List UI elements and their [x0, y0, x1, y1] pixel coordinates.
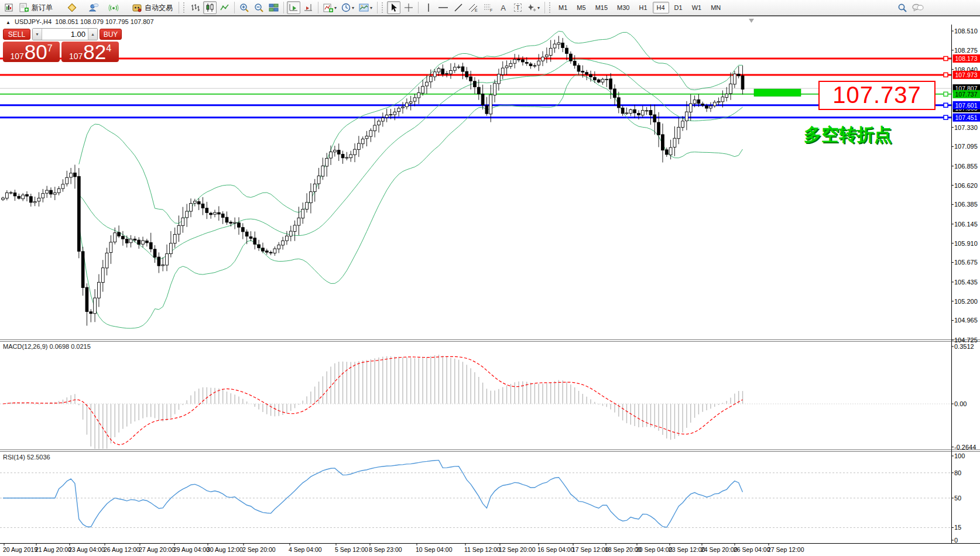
metaeditor-button[interactable]: [65, 1, 79, 14]
price-lines[interactable]: [0, 59, 951, 118]
periods-button[interactable]: ▾: [340, 1, 356, 14]
svg-text:105.910: 105.910: [954, 240, 978, 247]
buy-price-big: 82: [83, 43, 106, 61]
metaeditor-icon: [67, 2, 77, 13]
svg-text:23 Aug 04:00: 23 Aug 04:00: [68, 546, 105, 553]
trendline-button[interactable]: [451, 1, 465, 14]
new-order-button[interactable]: 新订单: [16, 1, 56, 14]
candlestick-chart-button[interactable]: [203, 1, 217, 14]
timeframe-button-m30[interactable]: M30: [613, 2, 633, 13]
vertical-line-button[interactable]: [422, 1, 435, 14]
arrows-caret-icon[interactable]: ▾: [537, 5, 540, 11]
auto-scroll-button[interactable]: [287, 1, 300, 14]
svg-text:107.601: 107.601: [955, 102, 978, 109]
tile-windows-button[interactable]: [267, 1, 280, 14]
line-chart-button[interactable]: [218, 1, 231, 14]
date-axis[interactable]: 20 Aug 201921 Aug 20:0023 Aug 04:0026 Au…: [3, 544, 804, 553]
arrows-button[interactable]: ▾: [526, 1, 542, 14]
svg-text:15: 15: [954, 524, 961, 531]
indicators-icon: [323, 3, 334, 13]
fibonacci-icon: F: [483, 3, 494, 12]
zoom-in-icon: [239, 3, 249, 13]
highlight-zone[interactable]: [754, 89, 801, 97]
buy-button[interactable]: BUY: [100, 29, 122, 40]
svg-text:F: F: [490, 8, 492, 12]
svg-text:108.275: 108.275: [954, 47, 978, 54]
volume-input[interactable]: [42, 30, 88, 39]
templates-button[interactable]: ▾: [357, 1, 374, 14]
template-icon: [359, 3, 369, 12]
svg-text:106.855: 106.855: [954, 163, 978, 170]
toolbar-drag-handle[interactable]: [382, 2, 385, 13]
timeframe-button-mn[interactable]: MN: [707, 2, 725, 13]
timeframe-button-m15[interactable]: M15: [591, 2, 612, 13]
text-label-button[interactable]: T: [511, 1, 525, 14]
svg-text:24 Sep 20:00: 24 Sep 20:00: [701, 546, 738, 553]
rsi-label: RSI(14) 52.5036: [3, 454, 50, 461]
chat-button[interactable]: [910, 1, 926, 14]
community-button[interactable]: [86, 1, 101, 14]
title-marker-icon: ▲: [6, 20, 11, 25]
cursor-button[interactable]: [387, 1, 400, 14]
autoscroll-marker[interactable]: [749, 19, 754, 23]
svg-text:107.330: 107.330: [954, 124, 978, 131]
toolbar-separator: [234, 2, 235, 13]
svg-text:16 Sep 04:00: 16 Sep 04:00: [537, 546, 574, 553]
indicators-caret-icon[interactable]: ▾: [334, 5, 337, 11]
crosshair-button[interactable]: [402, 1, 415, 14]
timeframe-button-w1[interactable]: W1: [688, 2, 706, 13]
zoom-out-button[interactable]: [252, 1, 266, 14]
toolbar-drag-handle[interactable]: [183, 2, 186, 13]
periods-caret-icon[interactable]: ▾: [352, 5, 354, 11]
sell-price-tile[interactable]: 107 80 7: [3, 42, 60, 62]
turning-point-annotation[interactable]: 多空转折点: [793, 123, 892, 147]
tile-windows-icon: [269, 3, 279, 12]
cursor-icon: [389, 3, 398, 12]
svg-text:108.173: 108.173: [955, 55, 978, 62]
channel-button[interactable]: E: [466, 1, 480, 14]
timeframe-group: M1M5M15M30H1H4D1W1MN: [554, 2, 725, 13]
volume-increase-button[interactable]: ▲: [88, 29, 97, 40]
horizontal-line-button[interactable]: [436, 1, 450, 14]
svg-text:50: 50: [954, 495, 961, 502]
bollinger-bands: [79, 31, 743, 328]
timeframe-button-h4[interactable]: H4: [653, 2, 669, 13]
svg-text:29 Aug 04:00: 29 Aug 04:00: [173, 546, 210, 553]
timeframe-button-m5[interactable]: M5: [573, 2, 590, 13]
crosshair-icon: [404, 3, 413, 12]
text-button[interactable]: A: [496, 1, 510, 14]
panel-separators[interactable]: [0, 340, 980, 452]
timeframe-button-m1[interactable]: M1: [554, 2, 571, 13]
svg-text:100: 100: [954, 452, 965, 459]
search-button[interactable]: [896, 1, 909, 14]
candlestick-chart-icon: [205, 3, 215, 12]
timeframe-button-d1[interactable]: D1: [670, 2, 687, 13]
chart-shift-button[interactable]: [301, 1, 315, 14]
timeframe-button-h1[interactable]: H1: [635, 2, 651, 13]
buy-price-prefix: 107: [69, 52, 83, 61]
rsi-line: [3, 460, 743, 527]
one-click-trading-panel: SELL ▼ ▲ BUY 107 80 7 107 82 4: [3, 28, 122, 62]
macd-label: MACD(12,26,9) 0.0698 0.0215: [3, 343, 91, 350]
bar-chart-button[interactable]: [189, 1, 202, 14]
zoom-in-button[interactable]: [238, 1, 251, 14]
auto-scroll-icon: [289, 3, 299, 12]
svg-text:26 Aug 12:00: 26 Aug 12:00: [104, 546, 140, 553]
svg-text:0.3512: 0.3512: [954, 343, 974, 350]
price-callout-label[interactable]: 107.737: [818, 81, 936, 110]
indicators-button[interactable]: ▾: [321, 1, 338, 14]
ohlc-high: 108.079: [80, 18, 104, 25]
svg-text:12 Sep 20:00: 12 Sep 20:00: [499, 546, 536, 553]
toolbar-drag-handle[interactable]: [549, 2, 552, 13]
macd-axis: 0.35120.00-0.2644: [951, 343, 976, 451]
svg-text:106.145: 106.145: [954, 221, 978, 228]
buy-price-tile[interactable]: 107 82 4: [61, 42, 119, 62]
templates-caret-icon[interactable]: ▾: [370, 5, 372, 11]
sell-button[interactable]: SELL: [3, 29, 30, 40]
signals-button[interactable]: [107, 1, 121, 14]
autotrading-button[interactable]: 自动交易: [129, 1, 176, 14]
auto-trading-label: 自动交易: [145, 3, 173, 13]
volume-decrease-button[interactable]: ▼: [33, 29, 42, 40]
svg-text:107.095: 107.095: [954, 143, 978, 150]
fibonacci-button[interactable]: F: [481, 1, 495, 14]
